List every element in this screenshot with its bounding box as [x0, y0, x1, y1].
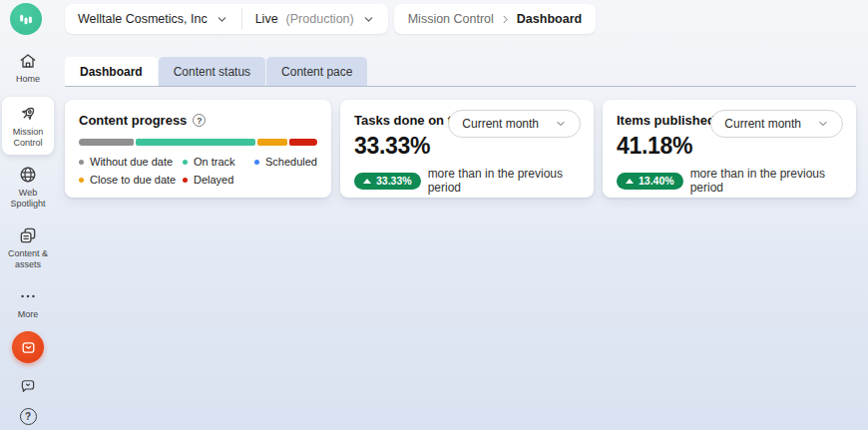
legend-label: Close to due date: [90, 174, 176, 186]
delta-text: more than in the previous period: [690, 167, 842, 195]
message-icon: [20, 339, 37, 356]
sidebar: Home Mission Control Web Spotlight: [0, 38, 56, 430]
workspace-controls: Welltale Cosmetics, Inc Live (Production…: [65, 4, 388, 34]
arrow-up-icon: [363, 179, 371, 184]
tab-bar: Dashboard Content status Content pace: [65, 57, 856, 87]
card-title: Content progress: [79, 113, 187, 128]
progress-segment-delayed: [289, 139, 317, 146]
items-published-card: Items published on time ? Current month …: [603, 100, 856, 198]
top-bar: Welltale Cosmetics, Inc Live (Production…: [0, 0, 868, 38]
sidebar-item-label: Home: [16, 74, 40, 85]
legend-dot: [79, 178, 84, 183]
delta-value: 13.40%: [639, 175, 674, 187]
tasks-done-card: Tasks done on time ? Current month 33.33…: [340, 100, 594, 198]
legend-item-close-to-due-date: Close to due date: [79, 174, 183, 186]
tab-content-pace[interactable]: Content pace: [266, 57, 367, 86]
tab-content-status[interactable]: Content status: [159, 57, 265, 86]
period-dropdown[interactable]: Current month: [710, 110, 843, 138]
sidebar-item-label: Mission Control: [4, 127, 52, 149]
legend-item-scheduled: Scheduled: [254, 156, 317, 168]
ellipsis-icon: [18, 286, 38, 306]
breadcrumb-parent[interactable]: Mission Control: [408, 12, 494, 26]
project-name: Welltale Cosmetics, Inc: [78, 12, 208, 26]
legend-item-on-track: On track: [183, 156, 254, 168]
chevron-right-icon: [500, 14, 511, 25]
pages-icon: [18, 225, 38, 245]
delta-text: more than in the previous period: [428, 167, 580, 195]
period-dropdown[interactable]: Current month: [448, 110, 581, 138]
legend-label: On track: [194, 156, 235, 168]
sidebar-item-label: Content & assets: [4, 248, 52, 270]
legend-label: Delayed: [194, 174, 233, 186]
main-content: Dashboard Content status Content pace Co…: [56, 38, 868, 430]
delta-badge: 33.33%: [354, 173, 421, 190]
sidebar-item-web-spotlight[interactable]: Web Spotlight: [2, 161, 54, 214]
cards-row: Content progress ? Without due dateOn tr…: [65, 100, 856, 198]
notifications-button[interactable]: [12, 331, 44, 363]
legend-item-without-due-date: Without due date: [79, 156, 183, 168]
arrow-up-icon: [626, 179, 634, 184]
sidebar-bottom: ? SM: [12, 331, 44, 430]
project-switcher[interactable]: Welltale Cosmetics, Inc: [65, 4, 241, 34]
app-logo[interactable]: [10, 3, 42, 35]
progress-segment-on-track: [136, 139, 255, 146]
sidebar-item-home[interactable]: Home: [2, 47, 54, 89]
logo-bars-icon: [16, 9, 36, 29]
rocket-icon: [18, 104, 38, 124]
app-screen: Welltale Cosmetics, Inc Live (Production…: [0, 0, 868, 430]
legend-item-delayed: Delayed: [183, 174, 254, 186]
breadcrumb-current: Dashboard: [517, 12, 582, 26]
breadcrumb: Mission Control Dashboard: [394, 4, 596, 34]
tab-dashboard[interactable]: Dashboard: [65, 57, 158, 86]
legend-dot: [183, 178, 188, 183]
sidebar-item-mission-control[interactable]: Mission Control: [2, 97, 54, 156]
chevron-down-icon: [362, 13, 375, 26]
help-button[interactable]: ?: [20, 408, 37, 425]
sidebar-item-content-assets[interactable]: Content & assets: [2, 221, 54, 274]
delta-badge: 13.40%: [617, 173, 683, 190]
home-icon: [18, 51, 38, 71]
legend-dot: [79, 160, 84, 165]
help-icon[interactable]: ?: [193, 114, 206, 127]
chevron-down-icon: [555, 118, 567, 130]
environment-name: Live: [255, 12, 278, 26]
period-value: Current month: [724, 117, 801, 131]
legend-dot: [183, 160, 188, 165]
progress-segment-without-due-date: [79, 139, 134, 146]
progress-segment-close-to-due-date: [257, 139, 287, 146]
chevron-down-icon: [817, 118, 829, 130]
content-progress-legend: Without due dateOn trackScheduledClose t…: [79, 156, 317, 186]
legend-label: Scheduled: [265, 156, 317, 168]
environment-detail: (Production): [286, 12, 354, 26]
globe-icon: [18, 165, 38, 185]
environment-switcher[interactable]: Live (Production): [242, 4, 388, 34]
content-progress-bar: [79, 139, 317, 146]
content-progress-card: Content progress ? Without due dateOn tr…: [65, 100, 331, 198]
delta-value: 33.33%: [376, 175, 412, 187]
chat-bubble-icon: [19, 377, 37, 395]
delta-row: 33.33% more than in the previous period: [354, 167, 580, 195]
sidebar-item-label: Web Spotlight: [4, 188, 52, 210]
legend-dot: [254, 160, 259, 165]
chevron-down-icon: [216, 13, 228, 26]
question-icon: ?: [20, 408, 37, 425]
sidebar-item-label: More: [18, 309, 39, 320]
feedback-button[interactable]: [19, 377, 37, 395]
period-value: Current month: [462, 117, 539, 131]
sidebar-item-more[interactable]: More: [2, 282, 54, 324]
delta-row: 13.40% more than in the previous period: [617, 167, 842, 195]
legend-label: Without due date: [90, 156, 173, 168]
